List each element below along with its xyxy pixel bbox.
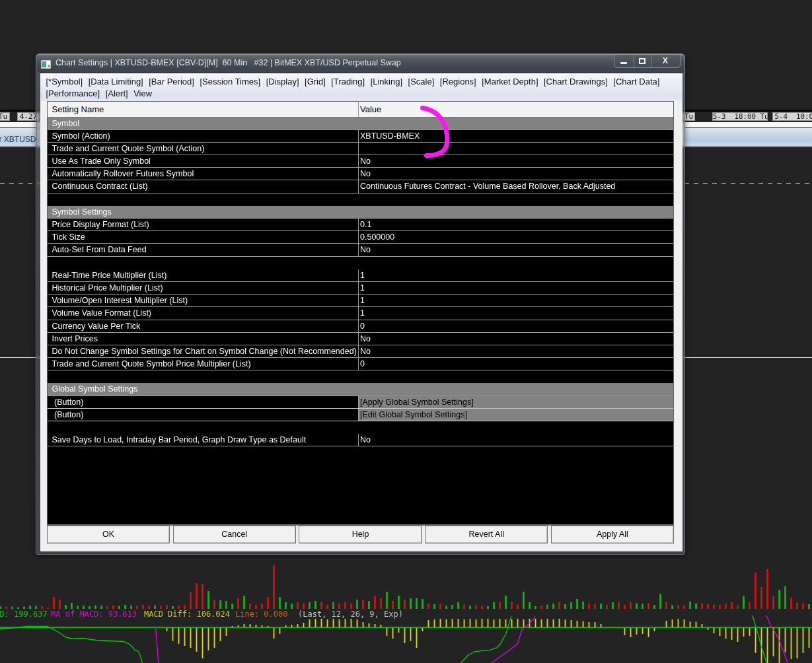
macd-line [753, 615, 767, 663]
price-bar [314, 601, 316, 609]
setting-value[interactable]: No [358, 434, 673, 446]
help-button[interactable]: Help [299, 526, 422, 543]
dialog-titlebar[interactable]: Chart Settings | XBTUSD-BMEX [CBV-D][M] … [36, 54, 684, 73]
setting-value[interactable]: 0 [358, 320, 673, 332]
setting-row[interactable]: Invert PricesNo [48, 333, 673, 345]
menu-item-chart-data[interactable]: [Chart Data] [613, 75, 659, 88]
section-row[interactable]: Global Symbol Settings [48, 383, 673, 396]
setting-row[interactable]: Historical Price Multiplier (List)1 [48, 282, 673, 295]
price-bar [576, 599, 578, 609]
setting-name: Volume/Open Interest Multiplier (List) [48, 295, 358, 306]
price-bar [439, 604, 441, 610]
section-row[interactable]: Symbol [48, 118, 673, 130]
setting-value[interactable]: 0.500000 [358, 231, 673, 243]
setting-row[interactable]: Currency Value Per Tick0 [48, 320, 673, 333]
price-bar [160, 606, 162, 610]
macd-histogram-bar [678, 619, 679, 627]
close-button[interactable]: X [651, 55, 680, 67]
setting-value[interactable]: No [358, 345, 673, 357]
setting-value[interactable]: Continuous Futures Contract - Volume Bas… [358, 180, 673, 192]
setting-value[interactable]: XBTUSD-BMEX [358, 130, 673, 142]
macd-histogram-bar [595, 622, 596, 627]
setting-row[interactable]: (Button)[Edit Global Symbol Settings] [48, 409, 673, 421]
chart-settings-dialog: Chart Settings | XBTUSD-BMEX [CBV-D][M] … [36, 53, 685, 555]
minimize-button[interactable] [614, 55, 634, 67]
setting-row[interactable]: Continuous Contract (List)Continuous Fut… [48, 180, 673, 193]
price-bar [743, 596, 745, 610]
setting-value[interactable]: [Edit Global Symbol Settings] [358, 409, 673, 421]
setting-value[interactable]: No [358, 244, 673, 256]
macd-histogram-bar [440, 619, 441, 627]
dialog-menubar: [*Symbol][Data Limiting][Bar Period][Ses… [40, 73, 683, 101]
macd-histogram-bar [214, 628, 215, 648]
menu-item-session-times[interactable]: [Session Times] [200, 75, 260, 88]
setting-row[interactable]: Real-Time Price Multiplier (List)1 [48, 269, 673, 282]
price-bar [653, 605, 655, 609]
section-row[interactable]: Symbol Settings [48, 206, 673, 219]
minimize-icon [620, 62, 627, 64]
setting-value[interactable]: No [358, 333, 673, 345]
menu-item-performance[interactable]: [Performance] [46, 87, 100, 100]
price-bar [309, 602, 311, 609]
menu-item-display[interactable]: [Display] [266, 75, 299, 88]
menu-item-view[interactable]: View [133, 87, 152, 100]
price-bar [225, 601, 227, 609]
revert-all-button[interactable]: Revert All [425, 526, 548, 543]
maximize-button[interactable] [634, 55, 651, 67]
setting-row[interactable]: Save Days to Load, Intraday Bar Period, … [48, 434, 673, 446]
price-bar [166, 606, 168, 610]
setting-name: Currency Value Per Tick [48, 320, 358, 332]
menu-item-regions[interactable]: [Regions] [440, 75, 476, 88]
setting-row[interactable]: Volume Value Format (List)1 [48, 307, 673, 320]
macd-histogram-bar [178, 628, 180, 644]
apply-all-button[interactable]: Apply All [551, 526, 674, 543]
price-bar [755, 573, 757, 609]
price-bar [350, 604, 352, 609]
setting-row[interactable]: Automatically Rollover Futures SymbolNo [48, 168, 673, 180]
setting-row[interactable]: Symbol (Action)XBTUSD-BMEX [48, 130, 673, 143]
macd-histogram-bar [690, 622, 691, 628]
price-bar [112, 606, 114, 610]
setting-value[interactable]: 1 [358, 269, 673, 281]
menu-item-linking[interactable]: [Linking] [371, 75, 402, 88]
setting-row[interactable]: Volume/Open Interest Multiplier (List)1 [48, 295, 673, 307]
menu-item-bar-period[interactable]: [Bar Period] [149, 75, 194, 88]
menu-item-market-depth[interactable]: [Market Depth] [482, 75, 538, 88]
setting-value[interactable] [358, 143, 673, 155]
menu-item-grid[interactable]: [Grid] [305, 75, 326, 88]
setting-value[interactable]: No [358, 168, 673, 180]
menu-item-scale[interactable]: [Scale] [408, 75, 435, 88]
macd-histogram-bar [725, 628, 727, 639]
menu-item-data-limiting[interactable]: [Data Limiting] [89, 75, 143, 88]
setting-row[interactable]: Price Display Format (List)0.1 [48, 219, 673, 231]
menu-item-chart-drawings[interactable]: [Chart Drawings] [544, 75, 608, 88]
setting-row[interactable]: Trade and Current Quote Symbol (Action) [48, 143, 673, 155]
setting-name: (Button) [48, 409, 358, 421]
setting-value[interactable]: No [358, 155, 673, 167]
setting-value[interactable]: 1 [358, 282, 673, 294]
cancel-button[interactable]: Cancel [173, 526, 296, 543]
setting-row[interactable]: Tick Size0.500000 [48, 231, 673, 244]
price-bar [636, 604, 638, 610]
setting-value[interactable]: 0 [358, 358, 673, 370]
menu-item-symbol[interactable]: [*Symbol] [46, 75, 83, 88]
menu-item-alert[interactable]: [Alert] [106, 87, 128, 100]
setting-value[interactable]: [Apply Global Symbol Settings] [358, 396, 673, 408]
menu-item-trading[interactable]: [Trading] [331, 75, 365, 88]
price-bar [630, 602, 632, 609]
price-bar [677, 606, 679, 610]
macd-histogram-bar [589, 622, 590, 627]
price-bar [487, 606, 489, 609]
setting-row[interactable]: Auto-Set From Data FeedNo [48, 244, 673, 256]
setting-value[interactable]: 1 [358, 295, 673, 306]
ok-button[interactable]: OK [47, 526, 170, 543]
setting-row[interactable]: Use As Trade Only SymbolNo [48, 155, 673, 168]
price-bar [29, 606, 31, 609]
price-bar [118, 606, 120, 610]
setting-value[interactable]: 1 [358, 307, 673, 319]
setting-value[interactable]: 0.1 [358, 219, 673, 230]
setting-row[interactable]: Trade and Current Quote Symbol Price Mul… [48, 358, 673, 370]
setting-row[interactable]: Do Not Change Symbol Settings for Chart … [48, 345, 673, 358]
price-bar [83, 606, 85, 609]
setting-row[interactable]: (Button)[Apply Global Symbol Settings] [48, 396, 673, 409]
